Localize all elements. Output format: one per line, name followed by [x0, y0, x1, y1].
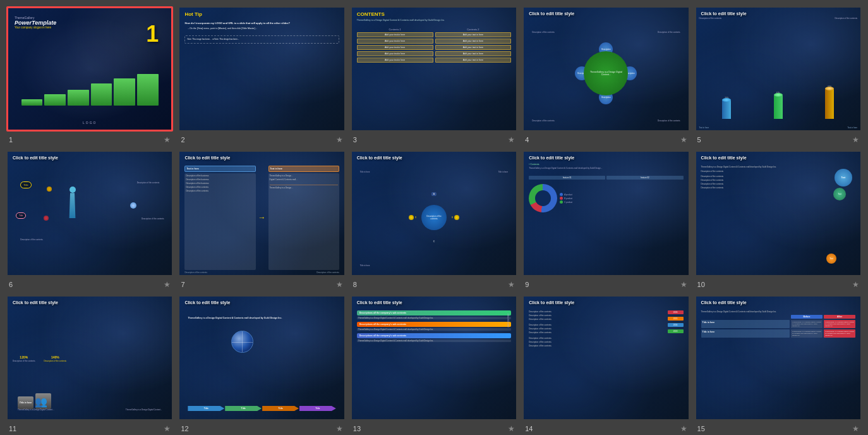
slide7-line: Description of the business [186, 178, 254, 181]
slide-meta-6: 6 ★ [6, 279, 173, 290]
slide15-row1-label: Title in here [701, 320, 790, 328]
slide7-diagram: Text in here Description of the business… [184, 166, 339, 269]
slide-wrapper-10: Click to edit title style ThemeGallery i… [695, 150, 862, 290]
slide3-cell: Add your text in here [357, 58, 433, 63]
slide-star-15[interactable]: ★ [852, 424, 859, 433]
slide-thumb-5[interactable]: Click to edit title style 38% 42% [695, 6, 862, 132]
slide-star-11[interactable]: ★ [164, 424, 171, 433]
slide-num-1: 1 [9, 136, 13, 144]
slide5-bar2-body [774, 95, 783, 119]
slide-thumb-7[interactable]: Click to edit title style Text in here D… [178, 150, 345, 276]
slide13-banner2: Descriptions all the company's sub conte… [357, 322, 511, 327]
slide7-line2: ThemeGallery is a Design... [270, 175, 338, 177]
slide14-year3: 2004 [668, 323, 684, 327]
slide-wrapper-9: Click to edit title style • Contents The… [522, 150, 689, 290]
slide-thumb-11[interactable]: Click to edit title style 120% Descripti… [6, 295, 173, 420]
slide-thumb-9[interactable]: Click to edit title style • Contents The… [522, 150, 689, 276]
slide-thumb-12[interactable]: Click to edit title style ThemeGallery i… [178, 295, 345, 420]
slide7-line: Description of the business [186, 182, 254, 185]
slide-thumb-6[interactable]: Click to edit title style Title Title De… [6, 150, 173, 276]
slide2-ans: – On the [View] menu, point to [Master],… [184, 27, 339, 30]
slide12-bold: ThemeGallery is a Design Digital Content… [188, 317, 282, 319]
slide-thumb-4[interactable]: Click to edit title style ThemeGallery i… [522, 6, 689, 132]
slide-thumb-14[interactable]: Click to edit title style Description of… [522, 295, 689, 420]
slide-star-5[interactable]: ★ [852, 135, 859, 144]
slide-star-1[interactable]: ★ [164, 135, 171, 144]
slide3-col2: Contents 2 [435, 28, 512, 31]
slide-thumb-3[interactable]: CONTENTS ThemeGallery is a Design Digita… [351, 6, 517, 132]
slide11-desc2: Description of the contents [44, 360, 67, 362]
slide14-item: Description of the contents [529, 328, 665, 330]
slide7-left: Text in here Description of the business… [184, 166, 255, 269]
slide14-item: Description of the contents [529, 314, 665, 317]
slide-wrapper-3: CONTENTS ThemeGallery is a Design Digita… [351, 6, 517, 145]
slide-meta-15: 15 ★ [695, 423, 862, 434]
slide13-banner1: Descriptions all the company's sub conte… [357, 310, 511, 316]
slide7-title: Click to edit title style [184, 156, 339, 160]
slide-wrapper-14: Click to edit title style Description of… [522, 295, 689, 434]
slide-star-10[interactable]: ★ [852, 280, 859, 289]
slide15-row2: Title in here ThemeGallery is a Design D… [701, 329, 855, 338]
slide-meta-1: 1 ★ [6, 134, 173, 145]
slide15-spacer [701, 315, 790, 319]
slide-meta-11: 11 ★ [6, 423, 173, 434]
slide-num-3: 3 [353, 136, 357, 144]
slide-wrapper-8: Click to edit title style Description of… [351, 150, 517, 290]
slide6-diagram: Title Title Description of the contents … [13, 166, 167, 269]
slide-wrapper-5: Click to edit title style 38% 42% [695, 6, 862, 145]
slide5-bar2: 42% [774, 92, 783, 119]
slide11-bar1: 120% Description of the contents [13, 355, 35, 362]
slide-thumb-15[interactable]: Click to edit title style ThemeGallery i… [695, 295, 862, 420]
slide-star-13[interactable]: ★ [508, 424, 515, 433]
slide13-bars: Descriptions all the company's sub conte… [357, 310, 511, 414]
slide5-desc2: Description of the contents [699, 17, 722, 20]
slide12-step4: Title [299, 406, 336, 411]
slide3-cell: Add your text in here [435, 45, 512, 50]
slide-meta-3: 3 ★ [351, 134, 517, 145]
slide1-slogan: Your company slogan in here [15, 26, 56, 29]
slide-grid: ThemeGallery PowerTemplate Your company … [6, 6, 862, 434]
slide8-node-bottom: C [433, 240, 435, 243]
slide-thumb-1[interactable]: ThemeGallery PowerTemplate Your company … [6, 6, 173, 132]
slide-star-9[interactable]: ★ [680, 280, 687, 289]
slide-star-4[interactable]: ★ [680, 135, 687, 144]
slide15-content: ThemeGallery is a Design Digital Content… [701, 310, 855, 414]
slide-star-2[interactable]: ★ [336, 135, 343, 144]
slide15-after1: ThemeGallery is a Design Digital Content… [824, 320, 855, 328]
slide7-footer-right: Description of the contents [316, 271, 339, 274]
slide-star-7[interactable]: ★ [336, 280, 343, 289]
slide10-desc2: Description of the contents [701, 170, 855, 173]
slide9-title: Click to edit title style [529, 156, 683, 160]
slide11-people: 👥 [35, 396, 47, 408]
slide9-desc: ThemeGallery is a Design Digital Content… [529, 167, 683, 169]
slide15-headers: Before After [701, 315, 855, 319]
slide-star-12[interactable]: ★ [336, 424, 343, 433]
slide12-text: ThemeGallery is a Design Digital Content… [188, 317, 282, 320]
slide-star-8[interactable]: ★ [508, 280, 515, 289]
slide-thumb-13[interactable]: Click to edit title style Descriptions a… [351, 295, 517, 420]
slide3-cell: Add your text in here [357, 45, 433, 50]
slide5-text-here2: Text in here [847, 126, 857, 129]
slide-num-14: 14 [525, 425, 533, 432]
slide-star-3[interactable]: ★ [508, 135, 515, 144]
slide7-line: Description of the business [186, 175, 254, 177]
slide6-desc-right: Description of the contents [137, 181, 160, 184]
slide4-bottom-left-label: Description of the contents [532, 119, 555, 122]
slide13-years: 2004 2003 2002 [507, 314, 509, 328]
slide11-footer2: ThemeGallery is a Design Digital Content… [126, 408, 162, 411]
stair-2 [44, 94, 66, 106]
slide-meta-2: 2 ★ [178, 134, 345, 145]
slide-thumb-2[interactable]: Hot Tip How do I incorporate my LOGO and… [178, 6, 345, 132]
slide-thumb-10[interactable]: Click to edit title style ThemeGallery i… [695, 150, 862, 276]
slide15-desc: ThemeGallery is a Design Digital Content… [701, 310, 855, 313]
slide8-label-tl: Title in here [360, 171, 370, 173]
slide-star-6[interactable]: ★ [164, 280, 171, 289]
slide4-left-label: Description of the contents [532, 31, 555, 34]
slide11-footer: ThemeGallery is a Design Digital Content… [18, 408, 54, 411]
slide-thumb-8[interactable]: Click to edit title style Description of… [351, 150, 517, 276]
slide15-before1: ThemeGallery is a Design Digital Content… [791, 320, 823, 328]
slide7-line2: Digital Content & Contents mall... [270, 178, 338, 181]
slide-star-14[interactable]: ★ [680, 424, 687, 433]
slide5-chart: 38% 42% 55% [701, 21, 855, 125]
slide-meta-14: 14 ★ [522, 423, 689, 434]
